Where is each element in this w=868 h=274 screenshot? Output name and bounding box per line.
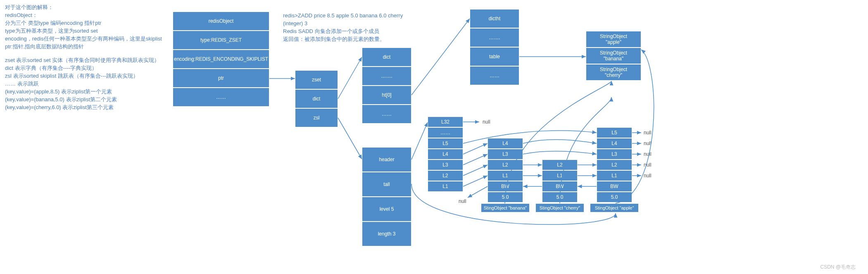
skip-tall: tall: [362, 172, 411, 197]
dict-ellipsis2: ……: [362, 105, 411, 124]
string-cherry: StringObject"cherry": [586, 64, 641, 81]
n3-l2: L2: [597, 160, 632, 170]
string-banana: StringObject"banana": [586, 48, 641, 64]
null-l5: null: [644, 130, 652, 136]
cmd-line: 返回值：被添加到集合中的新元素的数量。: [283, 35, 465, 43]
exp-line: (key,value)=(cherry,6.0) 表示ziplist第三个元素: [5, 103, 166, 111]
n1-score: 5.0: [488, 192, 523, 203]
skip-l3: L3: [428, 160, 463, 170]
n3-score: 5.0: [597, 192, 632, 203]
exp-line: dict 表示字典（有序集合----字典实现）: [5, 64, 166, 72]
n3-l1: L1: [597, 170, 632, 181]
dictht-ellipsis2: ……: [470, 66, 519, 85]
dictht-table: table: [470, 47, 519, 66]
exp-line: zset 表示sorted set 实体（有序集合同时使用字典和跳跃表实现）: [5, 56, 166, 64]
dictht-ellipsis1: …….: [470, 28, 519, 47]
exp-line: ptr:指针,指向底层数据结构的指针: [5, 43, 166, 50]
dictht-title: dictht: [470, 9, 519, 28]
null-l32: null: [483, 119, 490, 125]
null-l4: null: [644, 141, 652, 146]
n1-l1: L1: [488, 170, 523, 181]
skip-length: length 3: [362, 222, 411, 246]
n3-l4: L4: [597, 138, 632, 149]
skip-l32: L32: [428, 117, 463, 127]
null-bw: null: [459, 198, 466, 204]
skip-l1: L1: [428, 181, 463, 192]
n3-l5: L5: [597, 127, 632, 138]
exp-line: zsl 表示sorted skiplist 跳跃表（有序集合---跳跃表实现）: [5, 72, 166, 80]
skip-body-col: header tall level 5 length 3: [362, 147, 411, 246]
zset-col: zset dict zsl: [295, 70, 338, 127]
redis-object-encoding: encoding:REDIS_ENCONDING_SKIPLIST: [173, 50, 269, 69]
cmd-line: (integer) 3: [283, 19, 465, 27]
node1-col: L4 L3 L2 L1 BW 5.0: [488, 138, 523, 203]
exp-line: 对于这个图的解释：: [5, 3, 166, 11]
n1-bw: BW: [488, 181, 523, 192]
skip-header: header: [362, 147, 411, 172]
n3-l3: L3: [597, 149, 632, 160]
zset-zsl: zsl: [295, 108, 338, 127]
redis-object-col: redisObject type:REDIS_ZSET encoding:RED…: [173, 12, 269, 107]
skip-ellipsis: ……: [428, 127, 463, 138]
node3-label: StingObject "apple": [590, 203, 639, 212]
zset-dict: dict: [295, 89, 338, 108]
null-l3: null: [644, 151, 652, 157]
exp-line: redisObject：: [5, 11, 166, 19]
exp-line: type为五种基本类型，这里为sorted set: [5, 27, 166, 35]
dict-col: dict ……. ht[0] ……: [362, 48, 411, 124]
node3-col: L5 L4 L3 L2 L1 BW 5.0: [597, 127, 632, 203]
n2-l1: L1: [542, 170, 578, 181]
node2-col: L2 L1 BW 5.0: [542, 160, 578, 203]
skip-l4: L4: [428, 149, 463, 160]
node1-label: StingObject "banana": [481, 203, 530, 212]
node2-label: StingObject "cherry": [535, 203, 584, 212]
n2-score: 5.0: [542, 192, 578, 203]
explanation-block: 对于这个图的解释： redisObject： 分为三个 类型type 编码enc…: [5, 3, 166, 111]
watermark: CSDN @毛奇志: [820, 264, 856, 271]
skip-level: level 5: [362, 197, 411, 222]
exp-line: (key,value)=(banana,5.0) 表示ziplist第二个元素: [5, 95, 166, 103]
cmd-line: Redis SADD 向集合添加一个或多个成员: [283, 27, 465, 35]
dict-ellipsis1: …….: [362, 67, 411, 86]
skip-head-col: L32 …… L5 L4 L3 L2 L1: [428, 117, 463, 192]
string-object-col: StringObject"apple" StringObject"banana"…: [586, 31, 641, 81]
redis-object-ellipsis: ……: [173, 88, 269, 107]
n1-l4: L4: [488, 138, 523, 149]
n2-l2: L2: [542, 160, 578, 170]
skip-l5: L5: [428, 138, 463, 149]
exp-line: 分为三个 类型type 编码encoding 指针ptr: [5, 19, 166, 27]
cmd-line: redis>ZADD price 8.5 apple 5.0 banana 6.…: [283, 12, 465, 19]
redis-object-ptr: ptr: [173, 69, 269, 88]
n3-bw: BW: [597, 181, 632, 192]
exp-line: encoding，redis任何一种基本类型至少有两种编码，这里是skiplis…: [5, 35, 166, 43]
command-block: redis>ZADD price 8.5 apple 5.0 banana 6.…: [283, 12, 465, 43]
null-l2: null: [644, 162, 652, 168]
redis-object-type: type:REDIS_ZSET: [173, 31, 269, 50]
redis-object-title: redisObject: [173, 12, 269, 31]
n2-bw: BW: [542, 181, 578, 192]
n1-l2: L2: [488, 160, 523, 170]
dictht-col: dictht ……. table ……: [470, 9, 519, 85]
exp-line: (key,value)=(apple,8.5) 表示ziplist第一个元素: [5, 88, 166, 95]
string-apple: StringObject"apple": [586, 31, 641, 48]
exp-line: …… 表示跳跃: [5, 80, 166, 88]
skip-l2: L2: [428, 170, 463, 181]
zset-title: zset: [295, 70, 338, 89]
dict-title: dict: [362, 48, 411, 67]
dict-ht0: ht[0]: [362, 86, 411, 105]
n1-l3: L3: [488, 149, 523, 160]
null-l1: null: [644, 173, 652, 179]
